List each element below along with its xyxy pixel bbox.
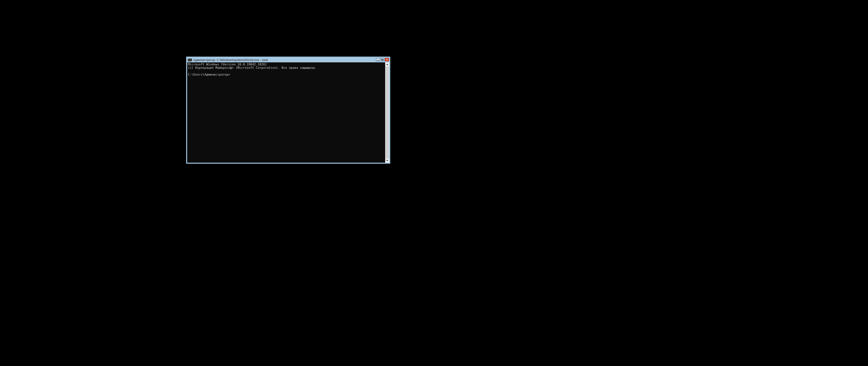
scroll-down-button[interactable] (385, 159, 389, 163)
scrollbar-thumb[interactable] (386, 66, 389, 159)
console-line-copyright: (c) Корпорация Майкрософт (Microsoft Cor… (188, 66, 316, 69)
maximize-icon (381, 59, 383, 61)
minimize-button[interactable] (376, 58, 380, 61)
cmd-window: C:\ Администратор: C:\Windows\system32\c… (186, 57, 390, 164)
client-area: Microsoft Windows [Version 10.0.19042.18… (187, 62, 389, 163)
chevron-up-icon (386, 64, 388, 65)
close-icon: × (386, 59, 388, 61)
console-prompt: C:\Users\Администратор> (188, 73, 230, 76)
scrollbar-track[interactable] (385, 66, 389, 159)
titlebar[interactable]: C:\ Администратор: C:\Windows\system32\c… (187, 58, 389, 62)
cmd-icon: C:\ (188, 58, 192, 62)
scroll-up-button[interactable] (385, 62, 389, 66)
maximize-button[interactable] (380, 58, 384, 61)
chevron-down-icon (386, 160, 388, 161)
cmd-icon-badge: C:\ (188, 59, 192, 61)
console-output[interactable]: Microsoft Windows [Version 10.0.19042.18… (187, 62, 385, 163)
window-title: Администратор: C:\Windows\system32\cmd.e… (193, 58, 376, 62)
close-button[interactable]: × (385, 58, 389, 61)
window-controls: × (376, 58, 389, 62)
vertical-scrollbar[interactable] (385, 62, 389, 163)
minimize-icon (377, 60, 379, 61)
console-line-version: Microsoft Windows [Version 10.0.19042.18… (188, 63, 267, 66)
